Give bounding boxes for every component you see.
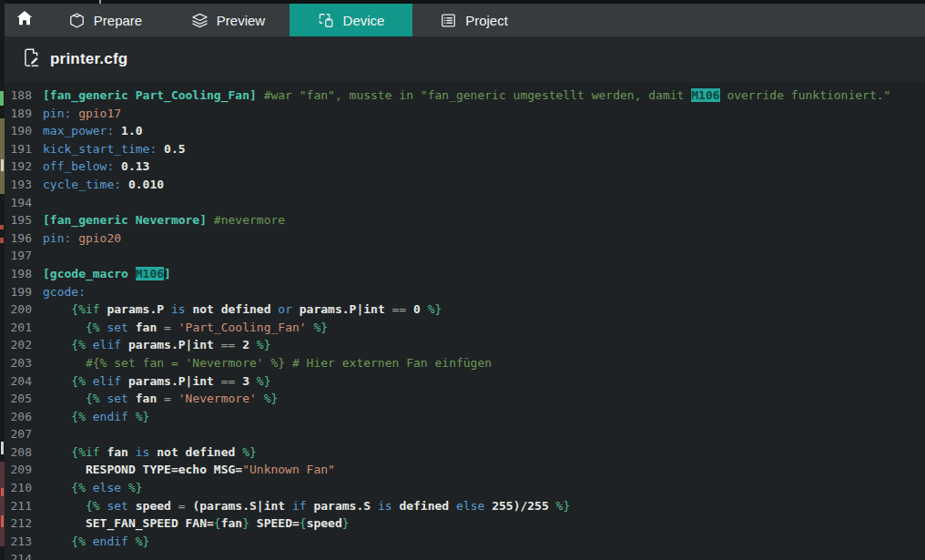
printer-host-app: Prepare Preview <box>0 0 925 560</box>
code-text: {% set speed = (params.S|int if params.S… <box>43 497 570 515</box>
code-line: 198[gcode_macro M106] <box>0 265 925 283</box>
line-number: 209 <box>0 461 32 479</box>
line-number: 210 <box>0 479 32 497</box>
sliver-green-mark <box>0 91 4 106</box>
code-line: 189pin: gpio17 <box>0 105 925 123</box>
search-highlight: M106 <box>691 88 719 102</box>
code-text: {%if params.P is not defined or params.P… <box>43 300 442 319</box>
line-number: 195 <box>0 211 32 229</box>
line-number: 205 <box>0 390 32 408</box>
line-number: 207 <box>0 425 32 443</box>
line-number: 202 <box>0 336 32 354</box>
line-number: 211 <box>0 497 32 515</box>
line-number: 204 <box>0 372 32 391</box>
code-text: [fan_generic Nevermore] #nevermore <box>43 211 285 229</box>
code-line: 208 {%if fan is not defined %} <box>0 443 925 462</box>
line-number: 206 <box>0 408 32 426</box>
line-number: 188 <box>0 87 32 105</box>
code-line: 210 {% else %} <box>0 479 925 497</box>
sliver-red-glyph-2 <box>1 515 4 527</box>
main-tab-bar: Prepare Preview <box>0 4 925 36</box>
home-icon <box>15 8 35 32</box>
code-text: #{% set fan = 'Nevermore' %} # Hier exte… <box>43 354 492 372</box>
sliver-red-mark-2 <box>0 238 4 243</box>
code-line: 194 <box>0 194 925 212</box>
code-text: max_power: 1.0 <box>43 122 143 140</box>
line-number: 197 <box>0 247 32 265</box>
code-text: {% elif params.P|int == 2 %} <box>43 336 270 354</box>
tab-project[interactable]: Project <box>412 4 535 36</box>
line-number: 191 <box>0 140 32 158</box>
code-text: {%if fan is not defined %} <box>43 443 257 462</box>
tab-device-label: Device <box>343 13 385 28</box>
search-highlight: M106 <box>136 267 164 280</box>
device-icon <box>318 12 335 29</box>
background-window-left-sliver <box>0 0 5 560</box>
code-text: SET_FAN_SPEED FAN={fan} SPEED={speed} <box>43 514 350 533</box>
home-button[interactable] <box>5 4 44 36</box>
line-number: 212 <box>0 514 32 533</box>
code-line: 207 <box>0 425 925 443</box>
code-line: 209 RESPOND TYPE=echo MSG="Unknown Fan" <box>0 461 925 479</box>
tab-project-label: Project <box>465 13 508 28</box>
line-number: 213 <box>0 533 32 551</box>
sliver-light-mark <box>1 159 4 171</box>
code-text: {% endif %} <box>43 408 149 426</box>
file-header: printer.cfg <box>0 36 925 82</box>
code-text: cycle_time: 0.010 <box>43 176 164 194</box>
code-line: 211 {% set speed = (params.S|int if para… <box>0 497 925 515</box>
code-line: 212 SET_FAN_SPEED FAN={fan} SPEED={speed… <box>0 514 925 533</box>
code-text: pin: gpio17 <box>43 105 121 123</box>
code-text: off_below: 0.13 <box>43 158 149 176</box>
sliver-white-mark <box>1 442 4 454</box>
tab-device[interactable]: Device <box>290 4 412 36</box>
code-line: 196pin: gpio20 <box>0 229 925 248</box>
line-number: 189 <box>0 105 32 123</box>
code-line: 191kick_start_time: 0.5 <box>0 140 925 158</box>
line-number: 198 <box>0 265 32 283</box>
code-line: 213 {% endif %} <box>0 533 925 551</box>
code-text: {% endif %} <box>43 533 149 551</box>
line-number: 208 <box>0 443 32 462</box>
line-number: 203 <box>0 354 32 372</box>
code-line: 195[fan_generic Nevermore] #nevermore <box>0 211 925 229</box>
code-text: {% else %} <box>43 479 143 497</box>
code-line: 188[fan_generic Part_Cooling_Fan] #war "… <box>0 87 925 105</box>
code-text: [gcode_macro M106] <box>43 265 171 283</box>
sliver-maroon-block <box>0 462 5 546</box>
line-number: 193 <box>0 176 32 194</box>
line-number: 194 <box>0 194 32 212</box>
layers-icon <box>191 12 208 29</box>
code-line: 199gcode: <box>0 283 925 301</box>
sliver-olive-block <box>0 118 5 194</box>
code-text: kick_start_time: 0.5 <box>43 140 186 158</box>
code-text: gcode: <box>43 283 86 301</box>
line-number: 196 <box>0 229 32 248</box>
code-text: RESPOND TYPE=echo MSG="Unknown Fan" <box>43 461 335 479</box>
project-icon <box>440 12 457 29</box>
tab-prepare-label: Prepare <box>94 13 142 28</box>
code-lines: 188[fan_generic Part_Cooling_Fan] #war "… <box>0 87 925 560</box>
code-line: 214 <box>0 550 925 560</box>
config-code-editor[interactable]: 188[fan_generic Part_Cooling_Fan] #war "… <box>0 82 925 560</box>
sliver-red-mark-1 <box>0 225 4 229</box>
code-text: {% elif params.P|int == 3 %} <box>43 372 270 391</box>
sliver-red-glyph-1 <box>1 488 4 496</box>
code-line: 197 <box>0 247 925 265</box>
file-edit-icon <box>22 47 41 72</box>
line-number: 201 <box>0 319 32 337</box>
tab-preview[interactable]: Preview <box>167 4 290 36</box>
code-line: 202 {% elif params.P|int == 2 %} <box>0 336 925 354</box>
line-number: 214 <box>0 550 32 560</box>
code-line: 200 {%if params.P is not defined or para… <box>0 300 925 319</box>
tab-prepare[interactable]: Prepare <box>44 4 167 36</box>
line-number: 192 <box>0 158 32 176</box>
code-line: 203 #{% set fan = 'Nevermore' %} # Hier … <box>0 354 925 372</box>
code-line: 193cycle_time: 0.010 <box>0 176 925 194</box>
line-number: 200 <box>0 300 32 319</box>
code-line: 204 {% elif params.P|int == 3 %} <box>0 372 925 391</box>
code-text: pin: gpio20 <box>43 229 121 248</box>
line-number: 190 <box>0 122 32 140</box>
line-number: 199 <box>0 283 32 301</box>
code-line: 190max_power: 1.0 <box>0 122 925 140</box>
